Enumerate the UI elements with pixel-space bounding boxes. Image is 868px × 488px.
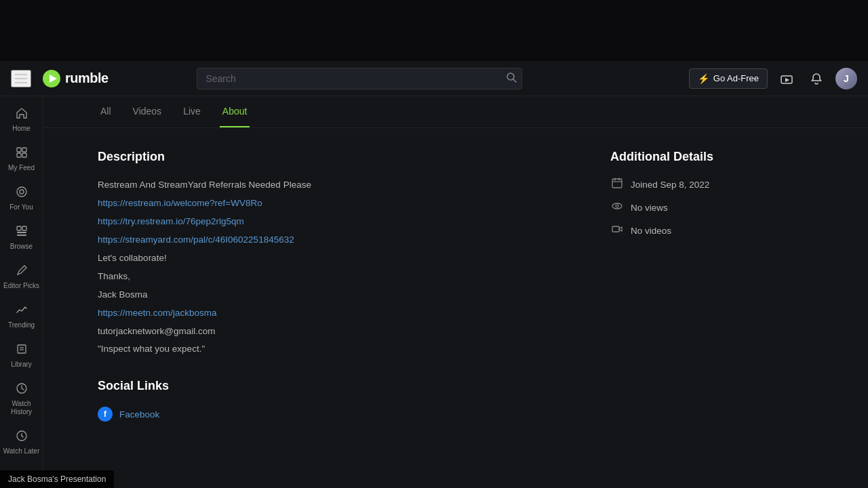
additional-details-title: Additional Details <box>610 150 814 164</box>
header-right: ⚡ Go Ad-Free J <box>689 68 857 89</box>
svg-rect-8 <box>17 153 21 157</box>
description-title: Description <box>98 150 578 164</box>
desc-link-restream-2[interactable]: https://try.restream.io/76pep2rlg5qm <box>98 214 578 230</box>
facebook-icon: f <box>98 407 113 422</box>
description-section: Description Restream And StreamYard Refe… <box>98 150 578 357</box>
trending-label: Trending <box>8 321 35 329</box>
channel-tabs: All Videos Live About <box>43 96 868 128</box>
sidebar-item-watch-later[interactable]: Watch Later <box>0 424 43 461</box>
tab-live[interactable]: Live <box>180 96 203 127</box>
svg-line-22 <box>22 436 23 437</box>
search-input[interactable] <box>197 68 522 89</box>
logo-text: rumble <box>65 70 108 86</box>
about-page-content: Description Restream And StreamYard Refe… <box>43 128 868 450</box>
right-column: Additional Details Joined Sep 8, 2022 <box>610 150 814 428</box>
tab-all[interactable]: All <box>98 96 114 127</box>
search-icon <box>506 72 517 83</box>
home-label: Home <box>12 125 31 133</box>
calendar-icon <box>610 178 624 191</box>
for-you-label: For You <box>9 203 33 211</box>
browse-icon <box>16 225 28 241</box>
sidebar-item-for-you[interactable]: For You <box>0 180 43 217</box>
sidebar-item-my-feed[interactable]: My Feed <box>0 141 43 178</box>
my-feed-icon <box>16 146 28 162</box>
detail-views: No views <box>610 201 814 214</box>
sidebar-item-library[interactable]: Library <box>0 338 43 374</box>
svg-point-10 <box>17 187 26 197</box>
editor-picks-label: Editor Picks <box>3 282 39 290</box>
upload-button[interactable] <box>776 68 797 89</box>
desc-line-quote: "Inspect what you expect." <box>98 342 578 357</box>
my-feed-label: My Feed <box>8 164 35 172</box>
description-body: Restream And StreamYard Referrals Needed… <box>98 178 578 357</box>
videos-text: No videos <box>631 226 671 236</box>
video-icon <box>610 224 624 237</box>
svg-rect-7 <box>22 148 26 152</box>
svg-line-3 <box>513 79 516 82</box>
sidebar-item-browse[interactable]: Browse <box>0 220 43 256</box>
desc-link-restream-1[interactable]: https://restream.io/welcome?ref=WV8Ro <box>98 196 578 211</box>
browse-label: Browse <box>10 243 33 251</box>
svg-rect-14 <box>17 232 26 233</box>
main-header: rumble ⚡ Go Ad-Free <box>0 61 868 96</box>
upload-icon <box>780 72 793 85</box>
watch-later-icon <box>16 430 28 445</box>
desc-link-streamyard[interactable]: https://streamyard.com/pal/c/46I06022518… <box>98 232 578 248</box>
svg-rect-16 <box>18 345 26 353</box>
svg-rect-15 <box>17 235 26 236</box>
sidebar: Home My Feed For You <box>0 96 43 488</box>
sidebar-item-watch-history[interactable]: Watch History <box>0 377 43 422</box>
watch-history-icon <box>16 382 28 398</box>
for-you-icon <box>16 186 28 201</box>
svg-rect-12 <box>17 226 21 230</box>
sidebar-item-editor-picks[interactable]: Editor Picks <box>0 259 43 296</box>
star-icon: ⚡ <box>698 73 709 84</box>
logo[interactable]: rumble <box>42 69 108 88</box>
go-ad-free-button[interactable]: ⚡ Go Ad-Free <box>689 68 768 89</box>
svg-rect-13 <box>22 226 26 230</box>
svg-point-11 <box>20 190 24 194</box>
desc-line-name: Jack Bosma <box>98 287 578 303</box>
svg-marker-5 <box>785 78 789 82</box>
social-links-section: Social Links f Facebook <box>98 379 578 422</box>
desc-line-thanks: Thanks, <box>98 269 578 285</box>
main-content: All Videos Live About f T r Description … <box>43 96 868 488</box>
hamburger-menu[interactable] <box>11 70 31 87</box>
trending-icon <box>16 304 28 319</box>
desc-line-email: tutorjacknetwork@gmail.com <box>98 324 578 340</box>
svg-rect-9 <box>22 153 26 157</box>
desc-line-collaborate: Let's collaborate! <box>98 251 578 266</box>
rumble-logo-icon <box>42 69 61 88</box>
search-button[interactable] <box>506 72 517 85</box>
social-link-facebook[interactable]: f Facebook <box>98 407 578 422</box>
svg-rect-6 <box>17 148 21 152</box>
desc-link-meetn[interactable]: https://meetn.com/jackbosma <box>98 306 578 321</box>
tabs-wrapper: All Videos Live About f T r <box>43 96 868 128</box>
svg-rect-23 <box>612 179 622 188</box>
library-label: Library <box>11 361 32 369</box>
status-bar: Jack Bosma's Presentation <box>0 470 114 488</box>
user-avatar[interactable]: J <box>835 68 857 89</box>
tab-about[interactable]: About <box>220 96 250 127</box>
bell-icon <box>810 73 823 85</box>
go-ad-free-label: Go Ad-Free <box>713 73 759 83</box>
watch-later-label: Watch Later <box>3 447 40 455</box>
svg-point-27 <box>612 203 622 209</box>
social-links-title: Social Links <box>98 379 578 393</box>
facebook-label: Facebook <box>119 409 159 420</box>
watch-history-label: Watch History <box>3 400 40 416</box>
detail-videos: No videos <box>610 224 814 237</box>
status-text: Jack Bosma's Presentation <box>8 474 106 484</box>
sidebar-item-home[interactable]: Home <box>0 102 43 138</box>
detail-joined: Joined Sep 8, 2022 <box>610 178 814 191</box>
editor-picks-icon <box>16 264 28 280</box>
sidebar-item-trending[interactable]: Trending <box>0 298 43 335</box>
home-icon <box>16 107 28 123</box>
notifications-button[interactable] <box>806 68 827 89</box>
top-bar <box>0 0 868 61</box>
main-layout: Home My Feed For You <box>0 96 868 488</box>
eye-icon <box>610 201 624 214</box>
library-icon <box>16 343 28 359</box>
views-text: No views <box>631 203 668 213</box>
tab-videos[interactable]: Videos <box>130 96 165 127</box>
